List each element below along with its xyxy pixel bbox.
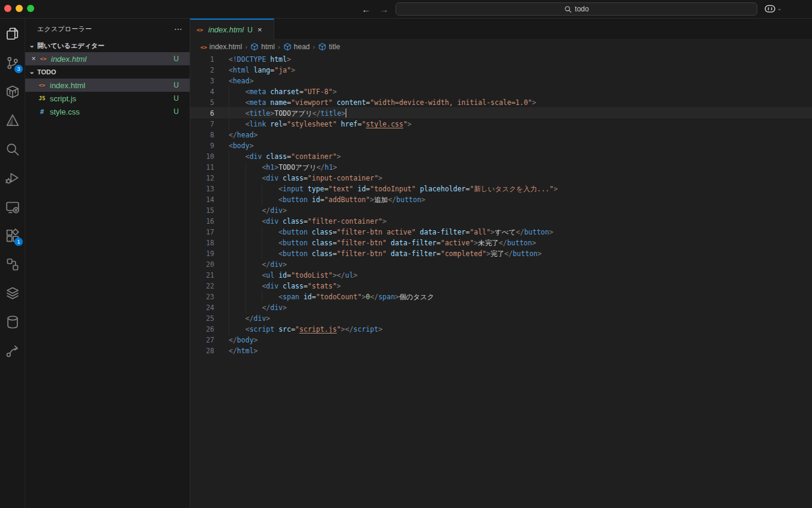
code-line-26[interactable]: 26 <script src="script.js"></script> — [190, 324, 812, 335]
line-number: 7 — [190, 119, 214, 130]
activity-item-search[interactable] — [0, 135, 25, 164]
code-line-5[interactable]: 5 <meta name="viewport" content="width=d… — [190, 97, 812, 108]
close-window-button[interactable] — [4, 5, 11, 12]
breadcrumb-item-html[interactable]: html — [250, 43, 275, 51]
code-line-4[interactable]: 4 <meta charset="UTF-8"> — [190, 86, 812, 97]
line-number: 25 — [190, 313, 214, 324]
code-line-19[interactable]: 19 <button class="filter-btn" data-filte… — [190, 248, 812, 259]
remote-explorer-icon — [5, 200, 20, 214]
text-cursor — [346, 109, 347, 118]
explorer-more-actions-button[interactable]: ⋯ — [174, 24, 182, 34]
activity-badge: 3 — [14, 65, 23, 73]
activity-item-share[interactable] — [0, 336, 25, 365]
file-name: script.js — [50, 94, 76, 103]
code-line-16[interactable]: 16 <div class="filter-container"> — [190, 216, 812, 227]
code-line-1[interactable]: 1<!DOCTYPE html> — [190, 54, 812, 65]
line-number: 13 — [190, 184, 214, 194]
cube-symbol-icon — [318, 43, 326, 51]
line-content: </div> — [229, 313, 270, 324]
activity-item-run-debug[interactable] — [0, 164, 25, 193]
activity-item-prism[interactable] — [0, 106, 25, 135]
breadcrumb-item-index.html[interactable]: <>index.html — [200, 43, 242, 51]
close-editor-icon[interactable]: × — [29, 55, 38, 63]
activity-item-extensions[interactable]: 1 — [0, 221, 25, 250]
code-line-21[interactable]: 21 <ul id="todoList"></ul> — [190, 270, 812, 281]
code-line-22[interactable]: 22 <div class="stats"> — [190, 281, 812, 291]
tab-modified-badge: U — [247, 26, 253, 34]
line-content: <div class="filter-container"> — [229, 216, 386, 227]
line-content: <link rel="stylesheet" href="style.css"> — [229, 119, 412, 130]
code-line-11[interactable]: 11 <h1>TODOアプリ</h1> — [190, 162, 812, 173]
activity-item-source-control[interactable]: 3 — [0, 49, 25, 77]
section-header-open-editors[interactable]: ⌄開いているエディター — [25, 39, 190, 52]
back-button[interactable]: ← — [359, 2, 373, 16]
code-line-3[interactable]: 3<head> — [190, 76, 812, 86]
layers-icon — [5, 286, 20, 300]
code-line-28[interactable]: 28</html> — [190, 345, 812, 356]
open-editor-item-index.html[interactable]: ×<>index.htmlU — [25, 52, 190, 65]
code-line-17[interactable]: 17 <button class="filter-btn active" dat… — [190, 227, 812, 238]
activity-item-linked-squares[interactable] — [0, 250, 25, 279]
line-content: <button class="filter-btn" data-filter="… — [229, 248, 542, 259]
tab-label: index.html — [208, 25, 244, 34]
breadcrumb: <>index.html›html›head›title — [190, 40, 812, 54]
line-number: 18 — [190, 238, 214, 248]
git-status-badge: U — [173, 107, 179, 116]
file-item-style.css[interactable]: #style.cssU — [25, 105, 190, 118]
search-icon — [564, 5, 572, 13]
line-number: 24 — [190, 302, 214, 313]
breadcrumb-label: head — [294, 43, 310, 51]
activity-item-layers[interactable] — [0, 279, 25, 308]
file-name: index.html — [50, 81, 85, 90]
code-line-18[interactable]: 18 <button class="filter-btn" data-filte… — [190, 238, 812, 248]
cube-symbol-icon — [283, 43, 292, 51]
code-line-27[interactable]: 27</body> — [190, 335, 812, 345]
code-line-12[interactable]: 12 <div class="input-container"> — [190, 173, 812, 184]
activity-item-remote-explorer[interactable] — [0, 193, 25, 221]
close-tab-icon[interactable]: × — [257, 25, 262, 34]
file-item-script.js[interactable]: JSscript.jsU — [25, 92, 190, 105]
code-line-20[interactable]: 20 </div> — [190, 259, 812, 270]
code-line-23[interactable]: 23 <span id="todoCount">0</span>個のタスク — [190, 291, 812, 302]
code-line-10[interactable]: 10 <div class="container"> — [190, 151, 812, 162]
line-number: 27 — [190, 335, 214, 345]
line-content: <button id="addButton">追加</button> — [229, 194, 426, 205]
code-line-2[interactable]: 2<html lang="ja"> — [190, 65, 812, 76]
search-text: todo — [575, 5, 589, 13]
tab-bar: <>index.htmlU× — [190, 19, 812, 40]
git-status-badge: U — [173, 81, 179, 89]
minimize-window-button[interactable] — [16, 5, 23, 12]
line-content: <span id="todoCount">0</span>個のタスク — [229, 291, 435, 302]
file-item-index.html[interactable]: <>index.htmlU — [25, 79, 190, 92]
code-line-14[interactable]: 14 <button id="addButton">追加</button> — [190, 194, 812, 205]
forward-button[interactable]: → — [377, 2, 391, 16]
breadcrumb-item-title[interactable]: title — [318, 43, 340, 51]
section-header-todo[interactable]: ⌄TODO — [25, 65, 190, 79]
section-label: TODO — [37, 68, 56, 76]
code-line-8[interactable]: 8</head> — [190, 130, 812, 140]
code-area[interactable]: 1<!DOCTYPE html>2<html lang="ja">3<head>… — [190, 54, 812, 508]
tab-index.html[interactable]: <>index.htmlU× — [190, 19, 274, 40]
chevron-down-icon: ⌄ — [28, 68, 36, 76]
breadcrumb-item-head[interactable]: head — [283, 43, 310, 51]
code-line-24[interactable]: 24 </div> — [190, 302, 812, 313]
code-line-15[interactable]: 15 </div> — [190, 205, 812, 216]
command-center-search[interactable]: todo — [395, 2, 757, 16]
share-arrow-icon — [5, 344, 20, 358]
copilot-menu-button[interactable]: ⌄ — [764, 2, 782, 14]
line-number: 22 — [190, 281, 214, 291]
code-line-13[interactable]: 13 <input type="text" id="todoInput" pla… — [190, 184, 812, 194]
js-file-icon: JS — [37, 95, 47, 101]
line-number: 3 — [190, 76, 214, 86]
line-content: </html> — [229, 345, 258, 356]
line-content: <button class="filter-btn active" data-f… — [229, 227, 553, 238]
code-line-6[interactable]: 6 <title>TODOアプリ</title> — [190, 108, 812, 119]
code-line-9[interactable]: 9<body> — [190, 140, 812, 151]
code-line-25[interactable]: 25 </div> — [190, 313, 812, 324]
activity-item-explorer[interactable] — [0, 20, 25, 49]
activity-item-database[interactable] — [0, 308, 25, 336]
line-number: 28 — [190, 345, 214, 356]
code-line-7[interactable]: 7 <link rel="stylesheet" href="style.css… — [190, 119, 812, 130]
activity-item-container[interactable] — [0, 77, 25, 106]
maximize-window-button[interactable] — [27, 5, 34, 12]
